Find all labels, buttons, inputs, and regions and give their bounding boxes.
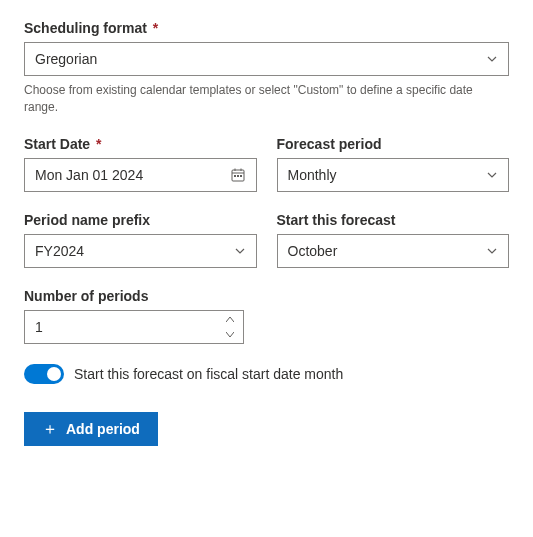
label-text: Scheduling format (24, 20, 147, 36)
start-date-label: Start Date * (24, 136, 257, 152)
period-prefix-select[interactable]: FY2024 (24, 234, 257, 268)
plus-icon: ＋ (42, 421, 58, 437)
calendar-icon (230, 167, 246, 183)
forecast-period-label: Forecast period (277, 136, 510, 152)
chevron-down-icon (234, 245, 246, 257)
number-value: 1 (35, 319, 221, 335)
select-value: Monthly (288, 167, 487, 183)
svg-rect-5 (237, 175, 239, 177)
scheduling-format-select[interactable]: Gregorian (24, 42, 509, 76)
number-spinner (221, 312, 239, 342)
num-periods-input[interactable]: 1 (24, 310, 244, 344)
spinner-up-button[interactable] (221, 312, 239, 327)
add-period-button[interactable]: ＋ Add period (24, 412, 158, 446)
select-value: October (288, 243, 487, 259)
svg-rect-4 (234, 175, 236, 177)
scheduling-format-label: Scheduling format * (24, 20, 509, 36)
required-indicator: * (96, 136, 101, 152)
date-value: Mon Jan 01 2024 (35, 167, 230, 183)
scheduling-format-helper: Choose from existing calendar templates … (24, 82, 509, 116)
button-label: Add period (66, 421, 140, 437)
period-prefix-label: Period name prefix (24, 212, 257, 228)
num-periods-label: Number of periods (24, 288, 509, 304)
fiscal-start-toggle[interactable] (24, 364, 64, 384)
start-forecast-select[interactable]: October (277, 234, 510, 268)
select-value: Gregorian (35, 51, 486, 67)
start-forecast-label: Start this forecast (277, 212, 510, 228)
label-text: Start Date (24, 136, 90, 152)
toggle-knob (47, 367, 61, 381)
chevron-down-icon (486, 53, 498, 65)
svg-rect-6 (240, 175, 242, 177)
select-value: FY2024 (35, 243, 234, 259)
required-indicator: * (153, 20, 158, 36)
spinner-down-button[interactable] (221, 327, 239, 342)
chevron-down-icon (486, 169, 498, 181)
forecast-period-select[interactable]: Monthly (277, 158, 510, 192)
start-date-input[interactable]: Mon Jan 01 2024 (24, 158, 257, 192)
fiscal-start-toggle-label: Start this forecast on fiscal start date… (74, 366, 343, 382)
chevron-down-icon (486, 245, 498, 257)
